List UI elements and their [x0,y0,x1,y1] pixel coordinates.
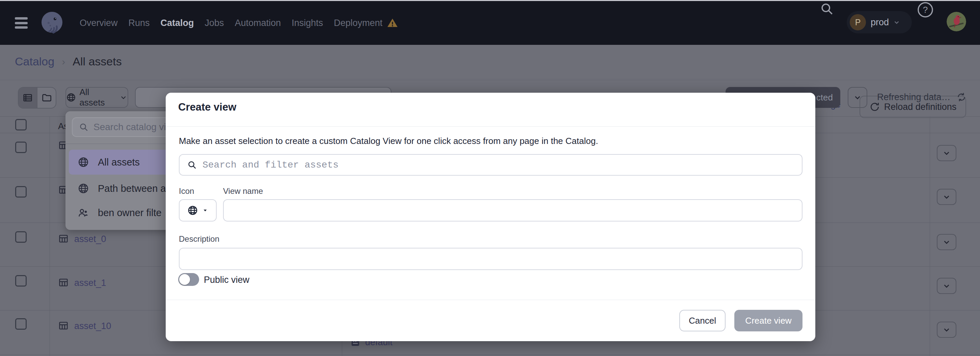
breadcrumb-separator: › [62,56,65,67]
asset-table-icon [58,233,69,244]
nav-item-jobs[interactable]: Jobs [205,18,224,28]
row-expand-button[interactable] [937,145,956,161]
create-view-dialog: Create view Make an asset selection to c… [166,93,815,341]
deployment-initial-badge: P [850,14,866,30]
row-expand-button[interactable] [937,278,956,294]
view-name-input[interactable] [223,199,802,222]
divider [166,300,815,300]
view-item-label: ben owner filte [98,207,162,218]
row-expand-button[interactable] [937,189,956,205]
description-field[interactable] [180,248,802,269]
dialog-title: Create view [178,101,236,113]
icon-field-label: Icon [179,187,194,196]
table-row-divider [0,354,980,355]
nav-item-deployment-label: Deployment [334,18,382,28]
table-column-divider [930,116,930,356]
chevron-down-icon [892,18,901,27]
asset-link[interactable]: asset_1 [74,278,106,288]
nav-item-catalog[interactable]: Catalog [161,18,194,28]
public-view-toggle[interactable] [178,273,199,286]
nav-item-deployment[interactable]: Deployment [334,17,399,28]
select-all-checkbox[interactable] [15,119,27,130]
row-expand-button[interactable] [937,234,956,250]
view-name-field[interactable] [224,200,802,221]
search-icon [79,122,89,132]
icon-select[interactable] [179,199,216,222]
catalog-view-label: All assets [79,87,116,108]
reload-label: Reload definitions [884,102,957,112]
nav-item-insights[interactable]: Insights [291,18,323,28]
asset-link[interactable]: asset_0 [74,234,106,244]
view-item-label: All assets [98,157,140,168]
divider [166,127,815,127]
row-checkbox[interactable] [15,318,27,330]
dagster-logo[interactable] [39,10,65,36]
modal-asset-search[interactable] [179,154,802,176]
description-field-label: Description [179,234,220,244]
nav-item-overview[interactable]: Overview [80,18,118,28]
row-checkbox[interactable] [15,231,27,243]
asset-table-icon [58,277,69,288]
people-icon [78,207,89,218]
refreshing-status: Refreshing data… [877,92,967,103]
dialog-description: Make an asset selection to create a cust… [179,136,598,146]
modal-asset-search-field[interactable] [202,154,802,175]
globe-icon [187,205,198,216]
row-expand-button[interactable] [937,321,956,338]
page-header: Catalog › All assets View global asset l… [0,45,980,80]
caret-down-icon [202,207,208,214]
page-title: All assets [73,55,122,68]
help-icon[interactable]: ? [916,1,934,19]
global-search-icon[interactable] [819,1,835,16]
top-nav: Overview Runs Catalog Jobs Automation In… [0,1,980,45]
view-item-label: Path between a [98,183,166,194]
refreshing-label: Refreshing data… [877,92,951,103]
catalog-view-selector[interactable]: All assets [65,87,128,108]
deployment-name: prod [871,17,889,28]
chevron-down-icon [119,93,127,101]
reload-icon [869,101,880,112]
search-icon [187,160,197,170]
description-input[interactable] [179,248,802,270]
folder-view-button[interactable] [37,88,56,108]
toggle-knob [179,274,190,285]
cancel-button[interactable]: Cancel [679,310,725,331]
user-avatar[interactable] [947,12,966,32]
asset-link[interactable]: asset_10 [74,321,111,331]
sync-icon [956,92,967,103]
view-name-field-label: View name [223,187,263,196]
row-checkbox[interactable] [15,186,27,198]
materialize-options-button[interactable] [848,87,867,108]
table-column-divider [49,116,50,356]
svg-text:?: ? [923,5,928,15]
nav-item-runs[interactable]: Runs [129,18,150,28]
view-mode-toggle [18,87,56,109]
table-view-button[interactable] [19,88,37,108]
nav-item-automation[interactable]: Automation [235,18,281,28]
breadcrumb-catalog-link[interactable]: Catalog [15,55,54,68]
public-view-label: Public view [204,275,250,285]
warning-icon [387,17,399,28]
globe-icon [78,183,89,194]
row-checkbox[interactable] [15,275,27,286]
menu-icon[interactable] [15,17,28,28]
chevron-down-icon [853,93,862,102]
globe-icon [78,157,89,168]
globe-icon [66,92,76,103]
nav-menu: Overview Runs Catalog Jobs Automation In… [80,17,399,28]
asset-table-icon [58,320,69,331]
deployment-switcher[interactable]: P prod [847,11,912,33]
create-view-button[interactable]: Create view [734,310,802,331]
breadcrumb: Catalog › All assets [15,55,122,68]
row-checkbox[interactable] [15,142,27,153]
